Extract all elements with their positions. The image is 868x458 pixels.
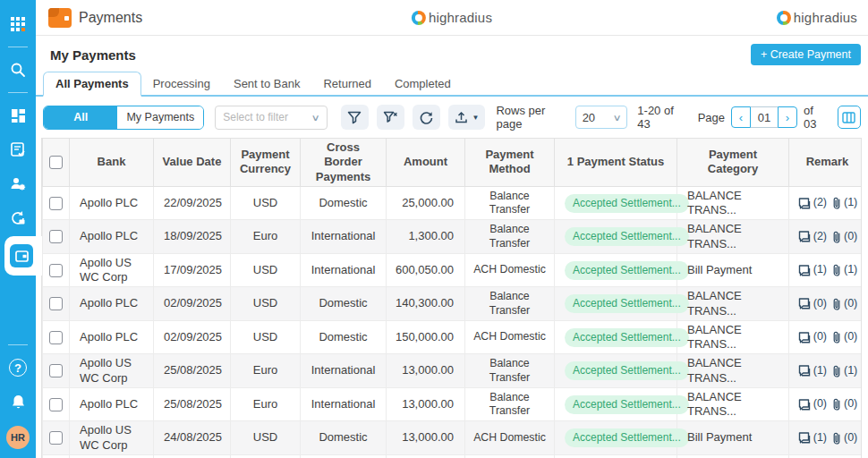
- value-date-cell: 02/09/2025: [154, 287, 231, 321]
- paperclip-icon[interactable]: [832, 331, 841, 344]
- paperclip-icon[interactable]: [832, 365, 841, 377]
- toggle-my-payments[interactable]: My Payments: [117, 106, 203, 129]
- row-checkbox[interactable]: [49, 364, 63, 377]
- tabs-bar: All PaymentsProcessingSent to BankReturn…: [36, 73, 868, 97]
- payment-method-cell: Balance Transfer: [465, 186, 555, 220]
- row-checkbox[interactable]: [49, 264, 63, 277]
- tab-sent-to-bank[interactable]: Sent to Bank: [222, 73, 311, 95]
- tab-returned[interactable]: Returned: [311, 73, 382, 95]
- table-row[interactable]: Apollo US WC Corp 17/09/2025 USD Interna…: [43, 253, 863, 287]
- next-page-button[interactable]: ›: [778, 106, 797, 128]
- user-avatar[interactable]: HR: [6, 426, 30, 449]
- comments-count: (1): [813, 364, 827, 378]
- filter-clear-icon: [383, 111, 398, 124]
- table-row[interactable]: Apollo PLC 22/09/2025 USD Domestic 25,00…: [43, 186, 863, 220]
- status-badge: Accepted Settlement...: [565, 428, 689, 447]
- sidebar-item-task-list[interactable]: [0, 134, 36, 165]
- paperclip-icon[interactable]: [832, 398, 841, 411]
- sidebar-item-user-admin[interactable]: [0, 168, 36, 199]
- comments-icon[interactable]: [797, 265, 811, 276]
- column-header[interactable]: Payment Method: [465, 139, 555, 186]
- column-header[interactable]: Cross Border Payments: [301, 139, 387, 186]
- tab-completed[interactable]: Completed: [383, 73, 463, 95]
- paperclip-icon[interactable]: [832, 231, 841, 243]
- comments-icon[interactable]: [797, 432, 811, 444]
- rows-per-page-select[interactable]: 20 ∨: [575, 106, 628, 129]
- highradius-logo-text: highradius: [794, 10, 857, 25]
- cross-border-cell: Domestic: [301, 454, 387, 458]
- row-select-cell: [43, 421, 70, 455]
- table-row[interactable]: Apollo US WC Corp 25/08/2025 Euro Intern…: [43, 354, 863, 388]
- column-settings-button[interactable]: [838, 106, 861, 129]
- sidebar-item-bell[interactable]: [0, 386, 36, 417]
- payment-method-cell: ACH Domestic: [465, 421, 555, 455]
- table-row[interactable]: Apollo PLC 02/09/2025 USD Domestic 140,3…: [43, 287, 863, 321]
- column-header[interactable]: Payment Category: [677, 139, 789, 186]
- filter-button[interactable]: [341, 105, 369, 130]
- row-select-cell: [43, 454, 70, 458]
- column-header[interactable]: Remark: [789, 139, 863, 186]
- row-checkbox[interactable]: [49, 230, 63, 243]
- table-header-row: BankValue DatePayment CurrencyCross Bord…: [43, 139, 863, 186]
- rows-per-page-label: Rows per page: [496, 104, 568, 131]
- row-checkbox[interactable]: [49, 297, 63, 310]
- row-checkbox[interactable]: [49, 398, 63, 411]
- table-row[interactable]: Apollo PLC 02/09/2025 USD Domestic 150,0…: [43, 320, 863, 354]
- remark-cell: (1) (1): [789, 253, 863, 287]
- column-header[interactable]: Bank: [70, 139, 154, 186]
- sidebar-item-sync-data[interactable]: [0, 202, 36, 233]
- sidebar-item-apps-grid[interactable]: [0, 9, 36, 39]
- create-payment-button[interactable]: + Create Payment: [751, 44, 861, 65]
- remark-cell: (2) (1): [789, 186, 863, 220]
- row-checkbox[interactable]: [49, 431, 63, 445]
- sidebar-item-payments-wallet[interactable]: [0, 236, 36, 276]
- paperclip-icon[interactable]: [832, 432, 841, 445]
- table-row[interactable]: Apollo PLC 18/09/2025 Euro International…: [43, 220, 863, 254]
- status-badge: Accepted Settlement...: [565, 294, 689, 313]
- comments-icon[interactable]: [797, 198, 811, 209]
- filter-clear-button[interactable]: [377, 105, 404, 130]
- paperclip-icon[interactable]: [832, 264, 841, 276]
- current-page-value[interactable]: 01: [751, 106, 778, 128]
- export-button[interactable]: ▼: [448, 105, 486, 130]
- prev-page-button[interactable]: ‹: [731, 106, 751, 128]
- sidebar-item-search[interactable]: [0, 55, 36, 85]
- tab-all-payments[interactable]: All Payments: [43, 72, 141, 97]
- column-header[interactable]: Value Date: [154, 139, 231, 186]
- refresh-button[interactable]: [413, 105, 440, 130]
- comments-icon[interactable]: [797, 399, 811, 411]
- payments-wallet-icon: [10, 244, 33, 267]
- row-checkbox[interactable]: [49, 331, 63, 344]
- sidebar-item-help[interactable]: ?: [0, 352, 36, 383]
- comments-icon[interactable]: [797, 332, 811, 344]
- table-row[interactable]: Apollo US WC Corp 24/08/2025 USD Domesti…: [43, 421, 863, 455]
- payment-category-cell: BALANCE TRANS...: [677, 454, 789, 458]
- select-all-checkbox[interactable]: [49, 156, 63, 169]
- paperclip-icon[interactable]: [832, 298, 841, 310]
- comments-icon[interactable]: [797, 298, 811, 310]
- row-select-cell: [43, 320, 70, 354]
- column-header[interactable]: Amount: [387, 139, 465, 186]
- table-row[interactable]: Apollo PLC 24/08/2025 USD Domestic 600,0…: [43, 454, 863, 458]
- row-range-text: 1-20 of 43: [637, 104, 685, 131]
- sidebar-divider: [8, 92, 28, 93]
- chevron-down-icon: ∨: [311, 113, 320, 123]
- table-row[interactable]: Apollo PLC 25/08/2025 Euro International…: [43, 387, 863, 421]
- toggle-all[interactable]: All: [44, 106, 117, 129]
- amount-cell: 140,300.00: [387, 287, 465, 321]
- value-date-cell: 25/08/2025: [154, 387, 231, 421]
- page-label: Page: [698, 111, 725, 124]
- tab-processing[interactable]: Processing: [141, 73, 222, 95]
- comments-icon[interactable]: [797, 365, 811, 377]
- chevron-left-icon: ‹: [739, 111, 743, 124]
- chevron-right-icon: ›: [786, 111, 789, 124]
- comments-icon[interactable]: [797, 231, 811, 242]
- row-checkbox[interactable]: [49, 197, 63, 210]
- sidebar-item-dashboard[interactable]: [0, 100, 36, 131]
- column-header[interactable]: 1 Payment Status: [555, 139, 677, 186]
- paperclip-icon[interactable]: [832, 197, 841, 209]
- column-header[interactable]: Payment Currency: [231, 139, 301, 186]
- payments-table-body: Apollo PLC 22/09/2025 USD Domestic 25,00…: [43, 186, 863, 458]
- payment-status-cell: Accepted Settlement...: [555, 253, 677, 287]
- filter-select[interactable]: Select to filter ∨: [215, 106, 327, 130]
